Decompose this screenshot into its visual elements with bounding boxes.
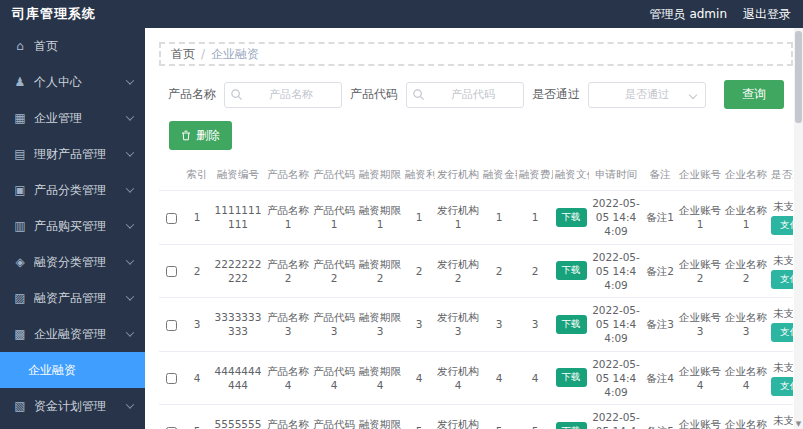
trash-icon — [181, 130, 191, 141]
search-icon — [230, 88, 243, 101]
cell-amount: 5 — [481, 405, 517, 429]
cell-amount: 3 — [481, 298, 517, 352]
column-header: 融资文件 — [553, 160, 589, 191]
sidebar-subitem[interactable]: 企业融资 — [0, 352, 145, 388]
cell-amount: 1 — [481, 191, 517, 245]
query-button[interactable]: 查询 — [724, 80, 784, 109]
cell-product_code: 产品代码3 — [311, 298, 357, 352]
cell-apply_time: 2022-05-05 14:44:09 — [589, 298, 643, 352]
cell-company: 企业名称3 — [723, 298, 769, 352]
cell-issuer: 发行机构5 — [435, 405, 481, 429]
sidebar-item-label: 理财产品管理 — [34, 146, 123, 163]
table-row: 55555555555产品名称5产品代码5融资期限55发行机构555下载2022… — [159, 405, 793, 429]
table-row: 22222222222产品名称2产品代码2融资期限22发行机构222下载2022… — [159, 244, 793, 298]
cell-term: 融资期限3 — [357, 298, 403, 352]
column-header: 申请时间 — [589, 160, 643, 191]
chevron-down-icon — [126, 76, 134, 84]
download-button[interactable]: 下载 — [556, 208, 587, 227]
cell-rate: 4 — [403, 351, 435, 405]
cell-remark: 备注1 — [643, 191, 677, 245]
financing-table: 索引融资编号产品名称产品代码融资期限融资利率发行机构融资金额融资费用融资文件申请… — [159, 160, 793, 429]
cell-amount: 4 — [481, 351, 517, 405]
pay-status: 未支付 — [771, 306, 793, 320]
chevron-down-icon — [126, 112, 134, 120]
sidebar-item-label: 融资分类管理 — [34, 254, 123, 271]
sidebar-item[interactable]: ▣产品分类管理 — [0, 172, 145, 208]
cell-product_code: 产品代码4 — [311, 351, 357, 405]
column-header: 发行机构 — [435, 160, 481, 191]
sidebar-item[interactable]: ▩企业融资管理 — [0, 316, 145, 352]
cell-apply_time: 2022-05-05 14:44:09 — [589, 191, 643, 245]
product-purchase-icon: ▥ — [12, 219, 28, 233]
column-header: 是否支付 — [769, 160, 793, 191]
pay-status: 未支付 — [771, 360, 793, 374]
breadcrumb-home[interactable]: 首页 — [171, 46, 195, 63]
chevron-down-icon — [126, 400, 134, 408]
sidebar-item-label: 首页 — [34, 38, 133, 55]
sidebar-item[interactable]: ▧资金计划管理 — [0, 388, 145, 424]
cell-company: 企业名称2 — [723, 244, 769, 298]
cell-term: 融资期限4 — [357, 351, 403, 405]
sidebar-item-label: 产品购买管理 — [34, 218, 123, 235]
cell-fee: 4 — [517, 351, 553, 405]
sidebar-item[interactable]: ▤理财产品管理 — [0, 136, 145, 172]
cell-rate: 2 — [403, 244, 435, 298]
cell-product_code: 产品代码2 — [311, 244, 357, 298]
logout-link[interactable]: 退出登录 — [743, 6, 791, 23]
pay-button[interactable]: 支付 — [771, 270, 793, 289]
cell-fee: 3 — [517, 298, 553, 352]
cell-index: 2 — [183, 244, 211, 298]
chevron-down-icon — [126, 184, 134, 192]
cell-company: 企业名称1 — [723, 191, 769, 245]
row-checkbox[interactable] — [166, 266, 177, 277]
user-icon: ♟ — [12, 75, 28, 89]
sidebar: ⌂首页♟个人中心▦企业管理▤理财产品管理▣产品分类管理▥产品购买管理◈融资分类管… — [0, 28, 145, 429]
sidebar-item[interactable]: ▨融资产品管理 — [0, 280, 145, 316]
pass-select-placeholder: 是否通过 — [625, 87, 669, 102]
cell-apply_time: 2022-05-05 14:44:09 — [589, 405, 643, 429]
column-header: 备注 — [643, 160, 677, 191]
delete-button[interactable]: 删除 — [169, 121, 232, 150]
download-button[interactable]: 下载 — [556, 315, 587, 334]
sidebar-item-label: 产品分类管理 — [34, 182, 123, 199]
download-button[interactable]: 下载 — [556, 422, 587, 429]
sidebar-item[interactable]: ⌂首页 — [0, 28, 145, 64]
row-checkbox[interactable] — [166, 213, 177, 224]
column-header: 企业账号 — [677, 160, 723, 191]
sidebar-item[interactable]: ◈融资分类管理 — [0, 244, 145, 280]
pass-label: 是否通过 — [532, 86, 580, 103]
column-header: 融资费用 — [517, 160, 553, 191]
download-button[interactable]: 下载 — [556, 261, 587, 280]
vertical-scrollbar[interactable]: ▼ — [794, 28, 803, 429]
scrollbar-down-arrow[interactable]: ▼ — [794, 420, 803, 428]
sidebar-item-label: 融资产品管理 — [34, 290, 123, 307]
cell-remark: 备注3 — [643, 298, 677, 352]
cell-apply_time: 2022-05-05 14:44:09 — [589, 351, 643, 405]
table-row: 44444444444产品名称4产品代码4融资期限44发行机构444下载2022… — [159, 351, 793, 405]
sidebar-item[interactable]: ▥产品购买管理 — [0, 208, 145, 244]
cell-code: 5555555555 — [211, 405, 265, 429]
chevron-down-icon — [126, 220, 134, 228]
pay-button[interactable]: 支付 — [771, 323, 793, 342]
sidebar-subitem-label: 企业融资 — [28, 362, 76, 379]
query-button-label: 查询 — [742, 87, 766, 101]
product-name-label: 产品名称 — [168, 86, 216, 103]
row-checkbox[interactable] — [166, 320, 177, 331]
scrollbar-thumb[interactable] — [795, 31, 802, 123]
cell-issuer: 发行机构1 — [435, 191, 481, 245]
cell-code: 1111111111 — [211, 191, 265, 245]
search-icon — [412, 88, 425, 101]
pay-button[interactable]: 支付 — [771, 216, 793, 235]
row-checkbox[interactable] — [166, 373, 177, 384]
download-button[interactable]: 下载 — [556, 368, 587, 387]
pass-select[interactable]: 是否通过 — [588, 82, 706, 108]
pay-button[interactable]: 支付 — [771, 377, 793, 396]
cell-remark: 备注2 — [643, 244, 677, 298]
chevron-down-icon — [126, 292, 134, 300]
sidebar-item[interactable]: ▦企业管理 — [0, 100, 145, 136]
cell-term: 融资期限1 — [357, 191, 403, 245]
cell-product_name: 产品名称5 — [265, 405, 311, 429]
sidebar-item[interactable]: ♟个人中心 — [0, 64, 145, 100]
cell-index: 1 — [183, 191, 211, 245]
sidebar-item-label: 资金计划管理 — [34, 398, 123, 415]
